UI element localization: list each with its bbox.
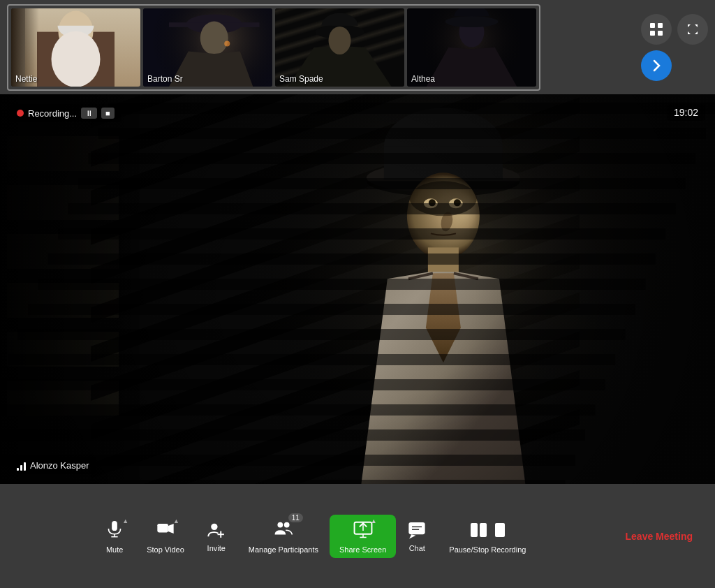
leave-meeting-button[interactable]: Leave Meeting — [617, 525, 701, 547]
mute-label: Mute — [106, 545, 123, 554]
share-screen-button[interactable]: ▲ Share Screen — [330, 515, 396, 558]
invite-button[interactable]: Invite — [196, 515, 237, 558]
recording-indicator: Recording... ⏸ ■ — [10, 104, 121, 122]
recording-dot — [17, 110, 24, 117]
top-bar: Nettie Barton Sr Sam Spade Althea — [0, 0, 715, 94]
bottom-toolbar: ▲ Mute ▲ Stop Video Invite — [0, 484, 715, 588]
pause-stop-recording-button[interactable]: Pause/Stop Recording — [438, 513, 537, 559]
participant-barton[interactable]: Barton Sr — [143, 8, 272, 87]
svg-rect-2 — [650, 31, 655, 36]
video-chevron: ▲ — [173, 517, 179, 524]
camera-icon — [156, 519, 175, 538]
participant-sam[interactable]: Sam Spade — [275, 8, 404, 87]
svg-rect-0 — [650, 23, 655, 28]
participants-badge: 11 — [288, 513, 303, 522]
svg-marker-8 — [168, 524, 174, 534]
mute-button[interactable]: ▲ Mute — [94, 513, 135, 559]
stop-video-button[interactable]: ▲ Stop Video — [135, 513, 196, 559]
chat-label: Chat — [409, 544, 425, 552]
top-controls — [641, 14, 708, 81]
svg-rect-1 — [658, 23, 663, 28]
chat-button[interactable]: Chat — [396, 515, 438, 558]
svg-rect-23 — [480, 523, 487, 537]
share-screen-icon — [353, 519, 373, 538]
participants-strip: Nettie Barton Sr Sam Spade Althea — [7, 4, 540, 91]
next-participants-button[interactable] — [641, 50, 672, 81]
participant-name-sam: Sam Spade — [279, 74, 323, 84]
participant-name-althea: Althea — [411, 74, 435, 84]
microphone-icon — [105, 519, 124, 538]
manage-participants-button[interactable]: 11 Manage Participants — [237, 513, 330, 559]
signal-strength-icon — [17, 461, 26, 471]
recording-label: Recording... — [28, 108, 77, 119]
recording-pause-button[interactable]: ⏸ — [81, 108, 97, 119]
chat-icon — [407, 520, 427, 540]
fullscreen-button[interactable] — [677, 14, 708, 45]
pause-stop-recording-icon — [469, 519, 492, 541]
share-screen-label: Share Screen — [339, 545, 386, 554]
stop-video-label: Stop Video — [147, 545, 184, 554]
invite-label: Invite — [207, 544, 226, 552]
speaker-name-label: Alonzo Kasper — [10, 457, 96, 474]
svg-rect-4 — [112, 521, 117, 531]
mute-chevron: ▲ — [122, 517, 128, 524]
svg-point-13 — [284, 522, 290, 527]
svg-rect-3 — [658, 31, 663, 36]
svg-point-9 — [211, 523, 217, 529]
pause-stop-recording-label: Pause/Stop Recording — [449, 545, 526, 554]
svg-rect-18 — [409, 522, 425, 534]
main-video-area: Recording... ⏸ ■ 19:02 Alonzo Kasper — [0, 94, 715, 484]
recording-stop-button[interactable]: ■ — [101, 108, 115, 119]
grid-view-button[interactable] — [641, 14, 672, 45]
participant-name-barton: Barton Sr — [147, 74, 183, 84]
participant-nettie[interactable]: Nettie — [11, 8, 140, 87]
share-chevron: ▲ — [371, 517, 377, 524]
toolbar-items: ▲ Mute ▲ Stop Video Invite — [14, 513, 617, 559]
participant-name-nettie: Nettie — [15, 74, 37, 84]
participant-althea[interactable]: Althea — [407, 8, 536, 87]
svg-rect-24 — [495, 523, 505, 537]
svg-rect-7 — [157, 524, 168, 532]
top-right-row — [641, 14, 708, 45]
invite-icon — [207, 520, 226, 540]
svg-marker-19 — [409, 534, 415, 538]
meeting-timer: 19:02 — [667, 104, 705, 121]
svg-rect-22 — [471, 523, 478, 537]
svg-point-12 — [277, 522, 283, 527]
manage-participants-label: Manage Participants — [249, 545, 318, 554]
